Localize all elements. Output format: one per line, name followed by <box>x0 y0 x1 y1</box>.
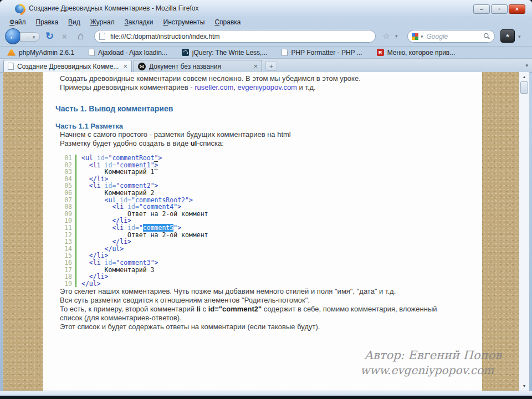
tab-strip: ⋈Документ без названия×Создание Древовид… <box>0 59 532 73</box>
page-icon <box>89 49 95 56</box>
page-icon <box>8 63 14 70</box>
search-bar[interactable]: ▾ <box>407 30 495 43</box>
browser-window: Создание Древовидных Комментариев - Mozi… <box>0 0 532 399</box>
menu-bar: ФайлПравкаВидЖурналЗакладкиИнструментыСп… <box>0 17 532 27</box>
bookmarks-bar: phpMyAdmin 2.6.1Ajaxload - Ajax loadin..… <box>0 47 532 59</box>
document-app-icon: ⋈ <box>138 63 146 70</box>
list-all-tabs-icon[interactable]: ▾ <box>525 63 528 68</box>
location-bar[interactable] <box>94 30 376 43</box>
menu-tools[interactable]: Инструменты <box>158 18 210 27</box>
code-line: 08 <li id="comment4"> <box>60 203 460 211</box>
title-bar: Создание Древовидных Комментариев - Mozi… <box>0 0 532 17</box>
navigation-toolbar: ← → ▾ ↻ × ⌂ ☆ ▾ ▾ <box>0 27 532 47</box>
asterisk-icon: * <box>506 32 510 43</box>
inline-link[interactable]: ruseller.com <box>195 83 233 91</box>
section-heading: Часть 1. Вывод комментариев <box>55 104 460 113</box>
watermark-site: www.evgeniypopov.com <box>360 363 502 378</box>
code-line: 16 <li id="comment3"> <box>60 259 460 267</box>
jquery-icon <box>182 49 189 56</box>
menu-view[interactable]: Вид <box>63 18 85 27</box>
chevron-down-icon[interactable]: ▾ <box>518 34 521 39</box>
close-button[interactable]: × <box>509 4 525 14</box>
home-button[interactable]: ⌂ <box>78 30 84 42</box>
forward-arrow-icon: → <box>25 34 30 40</box>
tab-close-icon[interactable]: × <box>253 63 258 70</box>
menu-edit[interactable]: Правка <box>31 18 64 27</box>
bookmark-item[interactable]: phpMyAdmin 2.6.1 <box>7 49 74 57</box>
new-tab-button[interactable]: + <box>265 61 277 71</box>
bookmark-label: Меню, которое прив... <box>387 49 456 57</box>
inline-link[interactable]: evgeniypopov.com <box>238 83 297 91</box>
page-favicon-icon <box>99 33 105 40</box>
window-bottom-edge <box>0 396 532 399</box>
maximize-button[interactable]: ▫ <box>491 4 508 14</box>
code-line: 18 </li> <box>60 273 460 280</box>
reload-button[interactable]: ↻ <box>45 30 54 42</box>
chevron-down-icon[interactable]: ▾ <box>395 33 398 39</box>
selected-text: comment5 <box>143 224 173 232</box>
tab[interactable]: ⋈Документ без названия× <box>134 60 262 72</box>
inline-bold: id="comment2" <box>208 305 262 313</box>
tab-title: Документ без названия <box>149 63 250 70</box>
stop-button[interactable]: × <box>62 32 67 41</box>
firefox-icon <box>15 4 24 13</box>
code-line: 14 </ul> <box>60 245 460 253</box>
code-block: 01<ul id="commentRoot">02 <li id="commen… <box>60 155 460 287</box>
window-controls: – ▫ × <box>473 4 525 14</box>
scroll-down-icon[interactable]: ▼ <box>519 382 529 390</box>
bookmark-label: Ajaxload - Ajax loadin... <box>98 49 167 57</box>
menu-help[interactable]: Справка <box>209 18 245 27</box>
google-icon <box>412 33 418 40</box>
code-line: 11 <li id="comment5"> <box>60 224 460 232</box>
tab-close-icon[interactable]: × <box>123 63 127 70</box>
paragraph: Этот список и будет содержать ответы на … <box>60 323 460 331</box>
url-input[interactable] <box>109 32 371 41</box>
search-magnifier-icon[interactable] <box>483 33 490 40</box>
bookmark-item[interactable]: Ajaxload - Ajax loadin... <box>89 49 167 57</box>
search-input[interactable] <box>426 32 481 41</box>
bookmark-star-icon[interactable]: ☆ <box>382 31 390 41</box>
bookmark-item[interactable]: jQuery: The Write Less,... <box>182 49 268 57</box>
menu-bookmarks[interactable]: Закладки <box>120 18 158 27</box>
code-line: 19</ul> <box>60 280 460 288</box>
paragraph: Это скелет наших комментариев. Чуть позж… <box>60 287 460 296</box>
scrollbar-thumb[interactable] <box>520 81 528 94</box>
phpmyadmin-icon <box>7 49 16 56</box>
window-title: Создание Древовидных Комментариев - Mozi… <box>29 4 198 12</box>
forward-button[interactable]: → ▾ <box>20 32 40 42</box>
inline-bold: li <box>197 305 201 313</box>
watermark-author: Автор: Евгений Попов <box>360 348 502 363</box>
author-watermark: Автор: Евгений Попов www.evgeniypopov.co… <box>360 348 502 378</box>
addon-button[interactable]: * <box>500 29 515 43</box>
page-content: Создать древовидные комментарии совсем н… <box>43 72 482 391</box>
tab-title: Создание Древовидных Комме... <box>17 63 120 70</box>
scroll-up-icon[interactable]: ▲ <box>519 73 529 81</box>
r-badge-icon: R <box>377 49 384 56</box>
minimize-button[interactable]: – <box>473 4 490 14</box>
bookmark-item[interactable]: PHP Formatter - PHP ... <box>282 49 362 57</box>
bookmark-item[interactable]: RМеню, которое прив... <box>377 49 456 57</box>
paragraph: Начнем с самого простого - разметки буду… <box>60 130 460 139</box>
page-icon <box>282 49 288 56</box>
paragraph: Разметку будет удобно создать в виде ul-… <box>60 139 460 148</box>
inline-bold: ul <box>191 139 197 147</box>
code-line: 17 Комментарий 3 <box>60 267 460 274</box>
bookmark-label: phpMyAdmin 2.6.1 <box>19 49 74 57</box>
text-cursor-icon <box>154 161 158 170</box>
tab[interactable]: Создание Древовидных Комме...× <box>3 60 132 72</box>
back-button[interactable]: ← <box>5 28 21 44</box>
paragraph: То есть, к примеру, второй комментарий l… <box>60 305 460 323</box>
bookmark-label: jQuery: The Write Less,... <box>192 49 268 57</box>
page-viewport: Создать древовидные комментарии совсем н… <box>3 72 529 391</box>
vertical-scrollbar[interactable]: ▲ ▼ <box>519 72 529 391</box>
menu-history[interactable]: Журнал <box>85 18 120 27</box>
subsection-heading: Часть 1.1 Разметка <box>55 122 460 130</box>
paragraph-with-links[interactable]: Примеры древовидных комментариев - rusel… <box>60 83 460 92</box>
menu-file[interactable]: Файл <box>4 18 31 27</box>
paragraph: Создать древовидные комментарии совсем н… <box>60 74 460 83</box>
chevron-down-icon[interactable]: ▾ <box>33 34 35 40</box>
chevron-down-icon[interactable]: ▾ <box>421 34 423 39</box>
bookmark-label: PHP Formatter - PHP ... <box>291 49 362 57</box>
paragraph: Вся суть разметки сводится к отношениям … <box>60 296 460 305</box>
code-line: 03 Комментарий 1 <box>60 168 460 176</box>
